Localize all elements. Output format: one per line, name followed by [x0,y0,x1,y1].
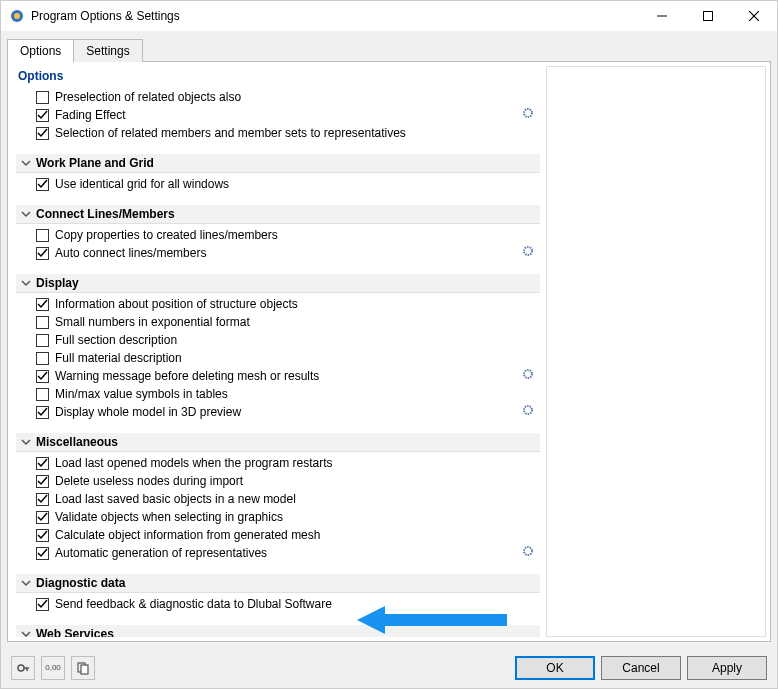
group-webservices[interactable]: Web Services [16,625,540,637]
svg-point-9 [524,406,532,414]
chevron-down-icon [20,277,32,289]
option-label: Automatic generation of representatives [55,545,267,561]
group-title: Display [36,276,79,290]
checkbox-checked[interactable] [36,547,49,560]
option-label: Selection of related members and member … [55,125,406,141]
group-diagnostic[interactable]: Diagnostic data [16,574,540,593]
group-connect-body: Copy properties to created lines/members… [16,224,540,264]
tab-panel: Options Preselection of related objects … [7,61,771,642]
option-warning-mesh[interactable]: Warning message before deleting mesh or … [36,367,540,385]
checkbox-unchecked[interactable] [36,91,49,104]
option-load-last-models[interactable]: Load last opened models when the program… [36,454,540,472]
options-scroll[interactable]: Preselection of related objects also Fad… [12,84,542,637]
tab-options[interactable]: Options [7,39,74,62]
checkbox-checked[interactable] [36,370,49,383]
checkbox-unchecked[interactable] [36,388,49,401]
option-info-position[interactable]: Information about position of structure … [36,295,540,313]
checkbox-checked[interactable] [36,406,49,419]
preview-pane [546,66,766,637]
checkbox-checked[interactable] [36,493,49,506]
option-load-last-saved[interactable]: Load last saved basic objects in a new m… [36,490,540,508]
option-validate[interactable]: Validate objects when selecting in graph… [36,508,540,526]
svg-rect-17 [81,665,88,674]
option-label: Preselection of related objects also [55,89,241,105]
checkbox-checked[interactable] [36,475,49,488]
option-send-feedback[interactable]: Send feedback & diagnostic data to Dluba… [36,595,540,613]
option-selection-related[interactable]: Selection of related members and member … [36,124,540,142]
key-button[interactable] [11,656,35,680]
minimize-button[interactable] [639,1,685,31]
group-title: Diagnostic data [36,576,125,590]
checkbox-unchecked[interactable] [36,334,49,347]
checkbox-checked[interactable] [36,178,49,191]
option-copy-properties[interactable]: Copy properties to created lines/members [36,226,540,244]
svg-point-10 [524,547,532,555]
option-label: Fading Effect [55,107,126,123]
tab-settings[interactable]: Settings [73,39,142,62]
maximize-button[interactable] [685,1,731,31]
chevron-down-icon [20,577,32,589]
gear-icon[interactable] [522,404,534,416]
group-display[interactable]: Display [16,274,540,293]
option-display-3d[interactable]: Display whole model in 3D preview [36,403,540,421]
checkbox-checked[interactable] [36,127,49,140]
general-group-body: Preselection of related objects also Fad… [16,84,540,144]
option-calc-info[interactable]: Calculate object information from genera… [36,526,540,544]
chevron-down-icon [20,208,32,220]
panel-header: Options [12,66,542,84]
checkbox-checked[interactable] [36,298,49,311]
option-label: Load last opened models when the program… [55,455,333,471]
ok-button[interactable]: OK [515,656,595,680]
checkbox-checked[interactable] [36,511,49,524]
group-misc[interactable]: Miscellaneous [16,433,540,452]
option-delete-useless[interactable]: Delete useless nodes during import [36,472,540,490]
group-title: Connect Lines/Members [36,207,175,221]
group-connect[interactable]: Connect Lines/Members [16,205,540,224]
svg-point-1 [14,13,20,19]
chevron-down-icon [20,157,32,169]
option-label: Warning message before deleting mesh or … [55,368,319,384]
copy-button[interactable] [71,656,95,680]
option-label: Display whole model in 3D preview [55,404,241,420]
checkbox-unchecked[interactable] [36,316,49,329]
group-diagnostic-body: Send feedback & diagnostic data to Dluba… [16,593,540,615]
close-button[interactable] [731,1,777,31]
svg-point-8 [524,370,532,378]
options-column: Options Preselection of related objects … [12,66,542,637]
window: Program Options & Settings Options Setti… [0,0,778,689]
option-full-material[interactable]: Full material description [36,349,540,367]
group-workplane[interactable]: Work Plane and Grid [16,154,540,173]
chevron-down-icon [20,436,32,448]
checkbox-checked[interactable] [36,109,49,122]
decimals-button[interactable]: 0,00 [41,656,65,680]
option-label: Send feedback & diagnostic data to Dluba… [55,596,332,612]
checkbox-unchecked[interactable] [36,352,49,365]
cancel-button[interactable]: Cancel [601,656,681,680]
checkbox-checked[interactable] [36,529,49,542]
option-full-section[interactable]: Full section description [36,331,540,349]
chevron-down-icon [20,628,32,637]
option-fading-effect[interactable]: Fading Effect [36,106,540,124]
option-label: Full section description [55,332,177,348]
option-label: Copy properties to created lines/members [55,227,278,243]
option-label: Information about position of structure … [55,296,298,312]
checkbox-checked[interactable] [36,247,49,260]
option-auto-gen[interactable]: Automatic generation of representatives [36,544,540,562]
gear-icon[interactable] [522,107,534,119]
option-minmax[interactable]: Min/max value symbols in tables [36,385,540,403]
apply-button[interactable]: Apply [687,656,767,680]
svg-point-13 [18,665,24,671]
gear-icon[interactable] [522,368,534,380]
group-title: Work Plane and Grid [36,156,154,170]
option-label: Load last saved basic objects in a new m… [55,491,296,507]
checkbox-checked[interactable] [36,598,49,611]
option-label: Delete useless nodes during import [55,473,243,489]
gear-icon[interactable] [522,545,534,557]
checkbox-unchecked[interactable] [36,229,49,242]
gear-icon[interactable] [522,245,534,257]
option-preselection[interactable]: Preselection of related objects also [36,88,540,106]
checkbox-checked[interactable] [36,457,49,470]
option-identical-grid[interactable]: Use identical grid for all windows [36,175,540,193]
option-small-numbers[interactable]: Small numbers in exponential format [36,313,540,331]
option-auto-connect[interactable]: Auto connect lines/members [36,244,540,262]
